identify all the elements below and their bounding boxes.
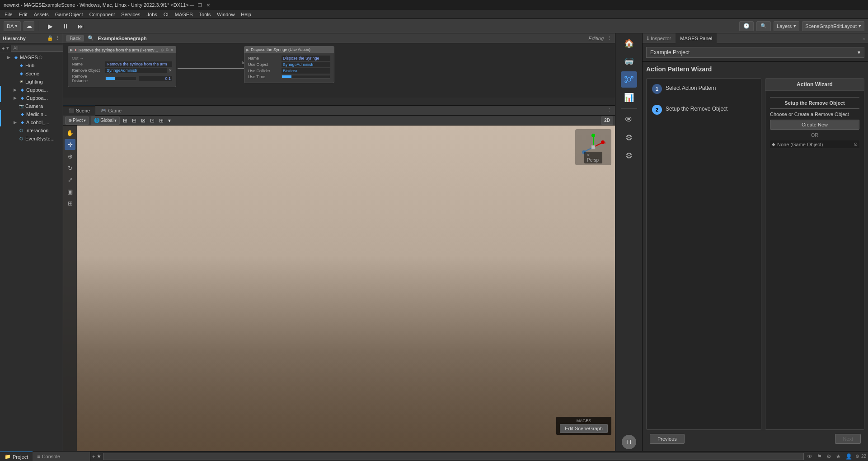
menu-item-tools[interactable]: Tools	[197, 10, 214, 19]
right-gear1-btn[interactable]: ⚙	[621, 130, 637, 146]
right-network-btn[interactable]	[621, 71, 637, 88]
tool-rotate[interactable]: ↻	[65, 163, 75, 173]
hierarchy-item-medicine[interactable]: ◆ Medicin...	[0, 110, 63, 118]
assets-lamp-icon[interactable]: ⚙	[825, 453, 833, 460]
tab-inspector[interactable]: ℹ Inspector	[643, 33, 676, 43]
node1-delete-icon[interactable]: ✕	[170, 48, 174, 52]
viewport-icon-btn1[interactable]: ⊞	[122, 117, 129, 124]
hierarchy-item-lighting[interactable]: ☀ Lighting	[0, 78, 63, 86]
menu-item-file[interactable]: File	[2, 10, 15, 19]
none-object-clear-icon[interactable]: ⊙	[854, 141, 858, 147]
scenegraph-menu-icon[interactable]: ⋮	[607, 35, 612, 41]
hierarchy-item-cupboard2[interactable]: ▶ ◆ Cupboa...	[0, 94, 63, 102]
menu-item-services[interactable]: Services	[118, 10, 143, 19]
right-eye-btn[interactable]: 👁	[621, 112, 637, 128]
node1-object-clear-icon[interactable]: ✕	[169, 68, 172, 73]
pivot-dropdown[interactable]: ⊕ Pivot ▾	[65, 116, 89, 125]
menu-item-ci[interactable]: CI	[161, 10, 171, 19]
hierarchy-item-camera[interactable]: 📷 Camera	[0, 102, 63, 110]
menu-item-mages[interactable]: MAGES	[172, 10, 196, 19]
global-dropdown[interactable]: 🌐 Global ▾	[91, 116, 120, 125]
hierarchy-item-hub[interactable]: ◆ Hub	[0, 61, 63, 70]
da-dropdown[interactable]: DA ▾	[4, 21, 21, 31]
menu-item-edit[interactable]: Edit	[16, 10, 30, 19]
tab-mages-panel[interactable]: MAGES Panel	[676, 33, 717, 43]
viewport-arrow-btn[interactable]: ▾	[167, 117, 172, 124]
menu-item-jobs[interactable]: Jobs	[144, 10, 160, 19]
viewport-gizmos-btn[interactable]: ⊞	[158, 117, 165, 124]
tool-move[interactable]: ✛	[65, 139, 75, 150]
node1-settings-icon[interactable]: ⚙	[160, 48, 164, 52]
hierarchy-item-cupboard1[interactable]: ▶ ◆ Cupboa...	[0, 86, 63, 94]
inspector-expand-icon[interactable]: »	[860, 36, 868, 41]
right-home-btn[interactable]: 🏠	[621, 35, 637, 51]
hierarchy-lock-icon[interactable]: 🔒	[47, 35, 53, 41]
tab-game[interactable]: 🎮 Game	[95, 106, 127, 116]
previous-button[interactable]: Previous	[650, 434, 685, 444]
assets-person-icon[interactable]: 👤	[844, 453, 854, 460]
viewport-menu-icon[interactable]: ⋮	[605, 107, 615, 113]
tool-hand[interactable]: ✋	[65, 127, 75, 138]
viewport-icon-btn3[interactable]: ⊠	[140, 117, 147, 124]
assets-star-icon2[interactable]: ★	[835, 453, 842, 460]
right-vr-btn[interactable]: 🥽	[621, 53, 637, 70]
history-button[interactable]: 🕐	[739, 21, 754, 31]
viewport-2d-button[interactable]: 2D	[601, 116, 613, 125]
node2-name-value: Dispose the Syringe	[282, 56, 330, 61]
hierarchy-item-scene[interactable]: ◆ Scene	[0, 70, 63, 78]
node1-copy-icon[interactable]: ⧉	[166, 47, 169, 52]
menu-item-gameobject[interactable]: GameObject	[52, 10, 86, 19]
wizard-step-2[interactable]: 2 Setup the Remove Object	[650, 103, 757, 116]
right-gear2-btn[interactable]: ⚙	[621, 148, 637, 164]
restore-button[interactable]: ❐	[197, 2, 203, 8]
wizard-step-1[interactable]: 1 Select Action Pattern	[650, 82, 757, 96]
create-new-button[interactable]: Create New	[770, 120, 859, 130]
menu-item-assets[interactable]: Assets	[31, 10, 52, 19]
assets-eye-icon[interactable]: 👁	[806, 453, 814, 460]
hierarchy-item-alcohol[interactable]: ▶ ◆ Alcohol_...	[0, 118, 63, 126]
project-dropdown[interactable]: Example Project ▾	[646, 47, 864, 58]
layout-dropdown[interactable]: SceneGraphEditLayout ▾	[802, 21, 864, 31]
viewport-canvas[interactable]: ✋ ✛ ⊕ ↻ ⤢ ▣ ⊞	[63, 126, 615, 451]
edit-scenegraph-button[interactable]: Edit SceneGraph	[560, 424, 608, 433]
assets-toolbar-add-icon[interactable]: +	[92, 454, 95, 459]
tab-scene[interactable]: ⬛ Scene	[63, 106, 95, 116]
menu-item-component[interactable]: Component	[86, 10, 117, 19]
hierarchy-add-icon[interactable]: +	[2, 46, 5, 51]
tool-scale[interactable]: ⤢	[65, 174, 75, 185]
minimize-button[interactable]: —	[189, 2, 195, 8]
play-button[interactable]: ▶	[44, 20, 56, 33]
assets-toolbar-star-icon[interactable]: ★	[97, 453, 101, 459]
search-button[interactable]: 🔍	[756, 21, 771, 31]
hierarchy-item-eventsystem[interactable]: ⬡ EventSyste...	[0, 135, 63, 143]
hierarchy-item-mages[interactable]: ▶ ◆ MAGES ⬡	[0, 53, 63, 61]
hierarchy-item-interaction[interactable]: ⬡ Interaction	[0, 126, 63, 135]
node2-time-slider[interactable]	[282, 75, 330, 79]
viewport-icon-btn2[interactable]: ⊟	[131, 117, 138, 124]
tab-project[interactable]: 📁 Project	[0, 452, 33, 461]
tool-crosshair[interactable]: ⊕	[65, 151, 75, 162]
tool-transform[interactable]: ⊞	[65, 198, 75, 209]
assets-search-input[interactable]	[103, 453, 803, 460]
menu-item-window[interactable]: Window	[214, 10, 237, 19]
right-avatar-btn[interactable]: TT	[622, 435, 636, 449]
menu-item-help[interactable]: Help	[238, 10, 254, 19]
cloud-button[interactable]: ☁	[23, 21, 34, 31]
node2-body: Name Dispose the Syringe Use Object Syri…	[246, 55, 332, 81]
node1-distance-slider[interactable]	[105, 77, 137, 80]
tool-rect[interactable]: ▣	[65, 186, 75, 197]
back-button[interactable]: Back	[66, 35, 84, 42]
search-scenegraph-icon[interactable]: 🔍	[88, 35, 94, 41]
step-button[interactable]: ⏭	[75, 20, 87, 33]
assets-flag-icon[interactable]: ⚑	[816, 453, 823, 460]
tab-console[interactable]: ≡ Console	[33, 452, 65, 461]
hierarchy-menu-icon[interactable]: ⋮	[55, 35, 60, 41]
pause-button[interactable]: ⏸	[59, 20, 72, 33]
close-button[interactable]: ✕	[205, 2, 211, 8]
next-button[interactable]: Next	[835, 434, 861, 444]
layers-dropdown[interactable]: Layers ▾	[774, 21, 799, 31]
inspector-tab-label: Inspector	[651, 36, 671, 41]
viewport-icon-btn4[interactable]: ⊡	[149, 117, 156, 124]
right-chart-btn[interactable]: 📊	[621, 89, 637, 106]
node1-object-label: Remove Object	[72, 68, 103, 73]
